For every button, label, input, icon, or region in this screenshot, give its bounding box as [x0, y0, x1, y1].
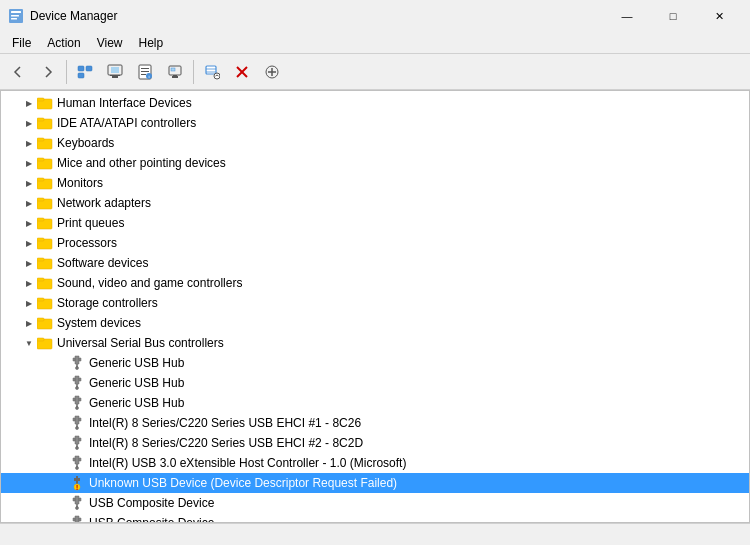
item-label: Generic USB Hub	[89, 396, 184, 410]
category-icon	[37, 195, 53, 211]
category-icon	[37, 275, 53, 291]
tree-item-12[interactable]: System devices	[1, 313, 749, 333]
driver-update-button[interactable]	[161, 58, 189, 86]
item-label: Generic USB Hub	[89, 356, 184, 370]
back-button[interactable]	[4, 58, 32, 86]
minimize-button[interactable]: —	[604, 0, 650, 32]
forward-icon	[40, 64, 56, 80]
svg-rect-12	[141, 68, 149, 69]
svg-point-63	[76, 427, 79, 430]
close-button[interactable]: ✕	[696, 0, 742, 32]
usb-device-icon	[69, 395, 85, 411]
usb-device-icon	[69, 435, 85, 451]
tree-item-8[interactable]: Processors	[1, 233, 749, 253]
svg-point-57	[76, 367, 79, 370]
tree-item-2[interactable]: IDE ATA/ATAPI controllers	[1, 113, 749, 133]
item-label: Unknown USB Device (Device Descriptor Re…	[89, 476, 397, 490]
expander-icon	[21, 235, 37, 251]
category-icon	[37, 135, 53, 151]
expander-icon	[21, 335, 37, 351]
tree-item-1[interactable]: Human Interface Devices	[1, 93, 749, 113]
properties-button[interactable]: i	[131, 58, 159, 86]
tree-item-15[interactable]: Generic USB Hub	[1, 373, 749, 393]
tree-view-button[interactable]	[71, 58, 99, 86]
svg-rect-39	[37, 178, 44, 181]
tree-item-9[interactable]: Software devices	[1, 253, 749, 273]
category-icon	[37, 175, 53, 191]
status-bar	[0, 523, 750, 545]
main-area: Human Interface Devices IDE ATA/ATAPI co…	[0, 90, 750, 523]
tree-item-20[interactable]: ! Unknown USB Device (Device Descriptor …	[1, 473, 749, 493]
tree-item-4[interactable]: Mice and other pointing devices	[1, 153, 749, 173]
category-icon	[37, 95, 53, 111]
toolbar-sep-2	[193, 60, 194, 84]
svg-rect-43	[37, 218, 44, 221]
item-label: Intel(R) 8 Series/C220 Series USB EHCI #…	[89, 416, 361, 430]
usb-device-icon	[69, 495, 85, 511]
expander-icon	[53, 355, 69, 371]
tree-item-21[interactable]: USB Composite Device	[1, 493, 749, 513]
uninstall-button[interactable]	[228, 58, 256, 86]
tree-item-17[interactable]: Intel(R) 8 Series/C220 Series USB EHCI #…	[1, 413, 749, 433]
item-label: IDE ATA/ATAPI controllers	[57, 116, 196, 130]
item-label: Storage controllers	[57, 296, 158, 310]
expander-icon	[21, 255, 37, 271]
svg-rect-13	[141, 71, 149, 72]
category-icon	[37, 295, 53, 311]
menu-file[interactable]: File	[4, 33, 39, 53]
item-label: Network adapters	[57, 196, 151, 210]
svg-rect-37	[37, 158, 44, 161]
tree-item-14[interactable]: Generic USB Hub	[1, 353, 749, 373]
svg-text:i: i	[148, 74, 149, 79]
usb-device-icon	[69, 375, 85, 391]
tree-item-11[interactable]: Storage controllers	[1, 293, 749, 313]
expander-icon	[53, 415, 69, 431]
item-label: Processors	[57, 236, 117, 250]
tree-item-5[interactable]: Monitors	[1, 173, 749, 193]
uninstall-icon	[234, 64, 250, 80]
expander-icon	[53, 435, 69, 451]
svg-rect-49	[37, 278, 44, 281]
category-icon	[37, 155, 53, 171]
svg-rect-35	[37, 138, 44, 141]
title-bar: Device Manager — □ ✕	[0, 0, 750, 32]
show-devices-button[interactable]	[101, 58, 129, 86]
menu-action[interactable]: Action	[39, 33, 88, 53]
svg-point-24	[214, 73, 220, 79]
tree-item-3[interactable]: Keyboards	[1, 133, 749, 153]
tree-item-18[interactable]: Intel(R) 8 Series/C220 Series USB EHCI #…	[1, 433, 749, 453]
usb-device-icon	[69, 415, 85, 431]
svg-rect-10	[110, 75, 120, 76]
tree-item-10[interactable]: Sound, video and game controllers	[1, 273, 749, 293]
device-tree[interactable]: Human Interface Devices IDE ATA/ATAPI co…	[1, 91, 749, 522]
expander-icon	[21, 215, 37, 231]
menu-bar: File Action View Help	[0, 32, 750, 54]
tree-item-13[interactable]: Universal Serial Bus controllers	[1, 333, 749, 353]
svg-rect-20	[173, 75, 177, 76]
category-icon	[37, 235, 53, 251]
tree-item-22[interactable]: USB Composite Device	[1, 513, 749, 522]
item-label: Sound, video and game controllers	[57, 276, 242, 290]
back-icon	[10, 64, 26, 80]
svg-rect-9	[112, 76, 118, 78]
forward-button[interactable]	[34, 58, 62, 86]
tree-item-16[interactable]: Generic USB Hub	[1, 393, 749, 413]
tree-item-6[interactable]: Network adapters	[1, 193, 749, 213]
svg-rect-41	[37, 198, 44, 201]
tree-item-7[interactable]: Print queues	[1, 213, 749, 233]
svg-point-67	[76, 467, 79, 470]
item-label: Mice and other pointing devices	[57, 156, 226, 170]
add-hardware-button[interactable]	[258, 58, 286, 86]
expander-icon	[53, 455, 69, 471]
menu-help[interactable]: Help	[131, 33, 172, 53]
item-label: Software devices	[57, 256, 148, 270]
scan-icon	[204, 64, 220, 80]
maximize-button[interactable]: □	[650, 0, 696, 32]
window-title: Device Manager	[30, 9, 604, 23]
tree-item-19[interactable]: Intel(R) USB 3.0 eXtensible Host Control…	[1, 453, 749, 473]
svg-rect-19	[172, 76, 178, 78]
category-icon	[37, 335, 53, 351]
scan-changes-button[interactable]	[198, 58, 226, 86]
expander-icon	[21, 115, 37, 131]
menu-view[interactable]: View	[89, 33, 131, 53]
